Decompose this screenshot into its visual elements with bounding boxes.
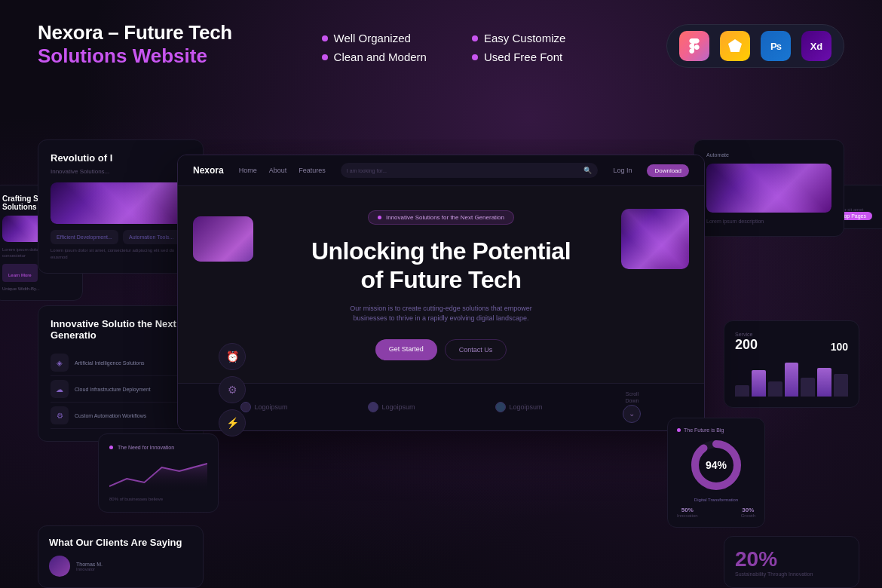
far-left-stat: Unique Width-By... (2, 286, 73, 291)
search-icon: 🔍 (583, 167, 592, 174)
scroll-indicator: Scroll Down ⌄ (623, 391, 641, 423)
service-cloud-label: Cloud Infrastructure Deployment (75, 387, 151, 392)
circle-card-label: The Future is Big (684, 427, 724, 433)
service-item-auto: ⚙ Custom Automation Workflows (51, 403, 191, 429)
hero-buttons: Get Started Contact Us (208, 339, 674, 360)
panel-stat-bottom: 20% Sustainability Through Innovation (724, 536, 859, 588)
right-panel-desc: Lorem ipsum description (706, 219, 831, 224)
hero-img-left (193, 216, 253, 262)
right-num-label: Service (735, 332, 758, 337)
purple-fabric-right (621, 209, 689, 269)
bar-6 (817, 368, 831, 397)
action-icons: ⏰ ⚙ ⚡ (219, 343, 246, 436)
badge-dot (378, 216, 381, 219)
service-item-ai: ◈ Artificial Intelligence Solutions (51, 350, 191, 376)
bar-5 (801, 378, 815, 397)
bar-1 (735, 385, 749, 397)
stat-val-1: 50% (677, 507, 698, 513)
donut-label: Digital Transformation (677, 498, 755, 502)
svg-marker-0 (728, 39, 742, 52)
bullet-icon (322, 54, 328, 60)
auto-icon: ⚙ (51, 406, 69, 424)
mock-login[interactable]: Log In (613, 167, 632, 174)
card-dot-icon (109, 446, 113, 449)
logo-circle-3 (495, 402, 506, 412)
right-num-val: 200 (735, 337, 758, 353)
browser-main: Nexora Home About Features I am looking … (177, 155, 705, 431)
stats-mini: 50% Innovation 30% Growth (677, 507, 755, 518)
hero-badge: Innovative Solutions for the Next Genera… (368, 210, 514, 225)
bolt-icon-btn[interactable]: ⚡ (219, 409, 246, 436)
stat-innovation: 50% Innovation (677, 507, 698, 518)
donut-center: 94% (706, 459, 727, 471)
stat-pct: 20% (735, 547, 848, 571)
mock-logo: Nexora (193, 165, 224, 176)
bar-chart (735, 359, 848, 397)
bullet-icon (472, 35, 478, 41)
ai-icon: ◈ (51, 354, 69, 372)
card-innovation-header: The Need for Innovation (109, 445, 207, 450)
clock-icon-btn[interactable]: ⏰ (219, 343, 246, 370)
logo-2: Logoipsum (368, 391, 415, 423)
left-panel-desc: Lorem ipsum dolor sit amet, consectetur … (51, 247, 191, 261)
chart-label: 80% of businesses believe (109, 497, 207, 501)
mock-download-btn[interactable]: Download (647, 164, 689, 177)
card-innovation-label: The Need for Innovation (118, 445, 174, 450)
settings-icon-btn[interactable]: ⚙ (219, 376, 246, 403)
innovative-title: Innovative Solutio the Next Generatio (51, 318, 191, 341)
purple-fabric-right-panel (706, 164, 831, 213)
stat-lbl-2: Growth (741, 513, 755, 518)
title-block: Nexora – Future Tech Solutions Website (38, 21, 232, 68)
right-num-val2: 100 (831, 341, 848, 353)
card-circle-chart: The Future is Big 94% Digital Transforma… (667, 418, 765, 528)
badge-text: Innovative Solutions for the Next Genera… (386, 214, 504, 221)
mock-navbar: Nexora Home About Features I am looking … (178, 155, 704, 186)
left-panel-title: Revolutio of I (51, 152, 191, 164)
donut-chart: 94% (690, 439, 743, 492)
reviewer-role: Innovator (76, 567, 103, 571)
logo-circle-2 (368, 402, 378, 412)
far-left-btn: Learn More (8, 273, 32, 277)
service-item-cloud: ☁ Cloud Infrastructure Deployment (51, 376, 191, 403)
innovation-chart (109, 456, 207, 494)
header: Nexora – Future Tech Solutions Website W… (38, 21, 844, 68)
scroll-arrow-icon[interactable]: ⌄ (623, 405, 641, 423)
bar-7 (834, 374, 848, 397)
mock-hero-section: Innovative Solutions for the Next Genera… (178, 186, 704, 383)
title-sub: Solutions Website (38, 44, 232, 68)
figma-icon (679, 31, 709, 61)
bar-4 (785, 363, 799, 397)
reviewer-name: Thomas M. (76, 562, 103, 567)
adobexd-icon: Xd (801, 31, 831, 61)
automation-label: Automate (706, 152, 831, 158)
panel-right-top: Automate Lorem ipsum description (694, 139, 844, 237)
testimonial-title: What Our Clients Are Saying (49, 537, 192, 548)
scroll-label-bottom: Down (626, 398, 639, 403)
hero-img-right (621, 209, 689, 269)
stat-growth: 30% Growth (741, 507, 755, 518)
bullet-icon (472, 54, 478, 60)
card-circle-header: The Future is Big (677, 427, 755, 433)
cloud-icon: ☁ (51, 380, 69, 398)
stat-lbl-1: Innovation (677, 513, 698, 518)
mock-nav-links: Home About Features (239, 167, 326, 174)
scroll-label-top: Scroll (626, 391, 639, 397)
get-started-btn[interactable]: Get Started (375, 339, 437, 360)
left-panel-row: Efficient Development... Automation Tool… (51, 230, 191, 244)
donut-pct: 94% (706, 459, 727, 471)
search-placeholder: I am looking for... (347, 168, 581, 173)
tools-pill: Ps Xd (666, 24, 844, 68)
feature-easy-customize: Easy Customize (472, 32, 577, 44)
contact-us-btn[interactable]: Contact Us (445, 339, 507, 360)
mock-search-bar[interactable]: I am looking for... 🔍 (341, 163, 599, 178)
purple-fabric-hero (51, 182, 191, 224)
service-auto-label: Custom Automation Workflows (75, 413, 146, 418)
card-innovation: The Need for Innovation 80% of businesse… (98, 433, 219, 513)
hero-subtitle: Our mission is to create cutting-edge so… (335, 304, 547, 324)
photoshop-icon: Ps (761, 31, 791, 61)
feature-free-font: Used Free Font (472, 51, 577, 63)
sketch-icon (720, 31, 750, 61)
feature-well-organized: Well Organized (322, 32, 427, 44)
logo-1: Logoipsum (240, 391, 287, 423)
preview-area: Crafting Smarte Solutions Lorem ipsum do… (0, 139, 882, 588)
